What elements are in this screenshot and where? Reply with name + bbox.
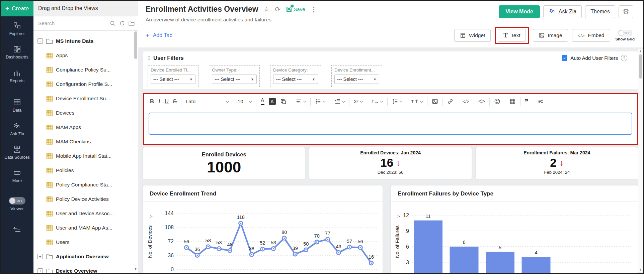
kpi-card[interactable]: Enrolled Devices 1000 ↓ [143, 147, 305, 179]
format-painter-icon[interactable] [280, 98, 287, 105]
tree-root-folder[interactable]: − MS Intune Data [37, 36, 136, 46]
toggle-knob [9, 198, 15, 204]
filter-select[interactable]: --- Select --- ▼ [212, 75, 257, 84]
highlight-color-icon[interactable]: A [269, 98, 276, 105]
font-size-select[interactable]: 10 [238, 99, 252, 104]
filter-select[interactable]: --- Select --- ▼ [334, 75, 379, 84]
search-row: Search [33, 16, 138, 31]
scroll-down-arrow[interactable]: ▼ [639, 267, 642, 272]
sidebar-item-dashboards[interactable]: Dashboards [6, 45, 28, 59]
tree-folder-application-overview[interactable]: + Application Overview [37, 252, 136, 262]
scrollbar-thumb[interactable] [639, 54, 642, 79]
tree-table-item[interactable]: Compliance Policy Su... [37, 65, 136, 75]
insert-image-icon[interactable] [432, 98, 438, 105]
font-family-select[interactable]: Lato [186, 99, 229, 104]
indent-select[interactable] [334, 98, 345, 105]
sidebar-item-data[interactable]: Data [13, 98, 21, 113]
sidebar-item-explorer[interactable]: Explorer [9, 22, 25, 36]
expand-node-icon[interactable]: + [37, 254, 43, 259]
tree-table-item[interactable]: User and MAM App As... [37, 223, 136, 233]
save-button[interactable]: ✱ Save [286, 6, 305, 12]
drag-handle-icon[interactable] [148, 56, 150, 60]
code-icon[interactable]: </> [463, 99, 469, 104]
refresh-icon[interactable]: ⟳ [275, 6, 281, 13]
line-chart-card[interactable]: Device Enrollment Trend 14410872360No. o… [143, 185, 383, 273]
insert-embed-button[interactable]: </> Embed [572, 29, 610, 42]
line-spacing-select[interactable] [392, 98, 402, 105]
tree-table-item[interactable]: User and Device Assoc... [37, 209, 136, 219]
create-button[interactable]: + Create [1, 1, 33, 16]
show-grid-toggle[interactable]: OFF [618, 30, 632, 36]
tree-table-item[interactable]: Device Enrollment Su... [37, 94, 136, 104]
tree-table-item[interactable]: Mobile App Install Stat... [37, 151, 136, 161]
clear-format-icon[interactable] [538, 98, 544, 105]
table-icon [46, 81, 53, 88]
bar-chart-card[interactable]: Enrollment Failures by Device Type 12963… [391, 185, 638, 273]
themes-button[interactable]: Themes [585, 5, 615, 18]
list-select[interactable] [315, 98, 325, 105]
insert-table-icon[interactable] [509, 98, 516, 105]
tree-table-item[interactable]: Apps [37, 50, 136, 60]
settings-gear-icon[interactable]: ⚙ [619, 5, 633, 18]
tree-table-item[interactable]: Policy Compliance Sta... [37, 180, 136, 190]
insert-image-button[interactable]: Image [533, 29, 568, 42]
sidebar-item-more[interactable]: More [12, 169, 22, 183]
svg-text:11: 11 [425, 214, 430, 219]
kpi-card[interactable]: Enrollment Failures: Mar 2024 2 ↓ Feb 20… [476, 147, 638, 179]
user-filter: Device Category: --- Select --- ▼ [270, 65, 321, 87]
strikethrough-icon[interactable]: S [173, 98, 177, 105]
view-mode-button[interactable]: View Mode [499, 5, 540, 18]
emoji-icon[interactable] [494, 98, 500, 105]
search-input[interactable]: Search [38, 20, 116, 26]
code-block-icon[interactable]: <⫶> [478, 99, 485, 104]
svg-text:53: 53 [216, 240, 222, 245]
help-icon[interactable]: ? [621, 55, 627, 61]
text-style-select[interactable]: T [411, 99, 423, 104]
text-color-icon[interactable]: A [261, 98, 264, 105]
insert-text-button[interactable]: T Text [498, 29, 526, 42]
tree-folder-device-overview[interactable]: + Device Overview [37, 266, 136, 273]
collapse-sidebar-button[interactable] [13, 226, 21, 234]
text-editor-input[interactable] [149, 113, 632, 135]
bold-icon[interactable]: B [150, 98, 154, 105]
tree-table-item[interactable]: MAM Checkins [37, 137, 136, 147]
tree-table-item[interactable]: Policies [37, 165, 136, 175]
auto-add-user-filters-checkbox[interactable]: ✓ [562, 55, 567, 61]
insert-link-icon[interactable] [447, 98, 454, 105]
tree-table-item[interactable]: Users [37, 237, 136, 247]
underline-icon[interactable]: U [165, 98, 169, 105]
refresh-icon[interactable] [119, 20, 125, 26]
insert-widget-button[interactable]: Widget [454, 29, 491, 42]
add-tab-button[interactable]: + Add Tab [146, 32, 172, 39]
favorite-star-icon[interactable]: ☆ [264, 6, 270, 13]
tree-table-item[interactable]: Configuration Profile S... [37, 79, 136, 89]
superscript-select[interactable]: X² [354, 99, 363, 104]
tree-table-item[interactable]: Policy Device Activities [37, 194, 136, 204]
tree-scroll-down-arrow[interactable]: ▼ [134, 267, 137, 271]
align-select[interactable] [296, 98, 306, 105]
main-scrollbar[interactable]: ▲ ▼ [638, 49, 643, 272]
tree-table-item[interactable]: Devices [37, 108, 136, 118]
sidebar-item-ask-zia[interactable]: Ask Zia [10, 122, 24, 136]
expand-node-icon[interactable]: + [37, 268, 43, 273]
italic-icon[interactable]: I [158, 98, 160, 105]
ask-zia-button[interactable]: Ask Zia [543, 5, 582, 18]
tree-table-item[interactable]: MAM Apps [37, 122, 136, 132]
folder-icon[interactable] [129, 20, 135, 26]
scroll-up-arrow[interactable]: ▲ [639, 49, 642, 53]
reports-icon [13, 69, 21, 77]
kpi-card[interactable]: Enrolled Devices: Jan 2024 16 ↓ Dec 2023… [309, 147, 471, 179]
tree-scrollbar-thumb[interactable] [134, 31, 137, 59]
kpi-comparison: Feb 2024: 24 [476, 170, 638, 175]
sidebar-item-data-sources[interactable]: Data Sources [4, 145, 30, 160]
text-direction-select[interactable]: T→ [372, 99, 383, 104]
filter-select[interactable]: --- Select --- ▼ [151, 75, 195, 84]
more-options-kebab-icon[interactable]: ⋮ [311, 6, 317, 13]
collapse-node-icon[interactable]: − [37, 38, 43, 44]
left-nav-rail: + Create Explorer Dashboards Reports Dat… [1, 1, 33, 273]
blockquote-icon[interactable]: ❞ [525, 98, 529, 106]
plus-icon: + [5, 5, 9, 12]
sidebar-item-reports[interactable]: Reports [10, 69, 24, 83]
viewer-toggle[interactable]: OFF [9, 197, 25, 204]
filter-select[interactable]: --- Select --- ▼ [273, 75, 318, 84]
